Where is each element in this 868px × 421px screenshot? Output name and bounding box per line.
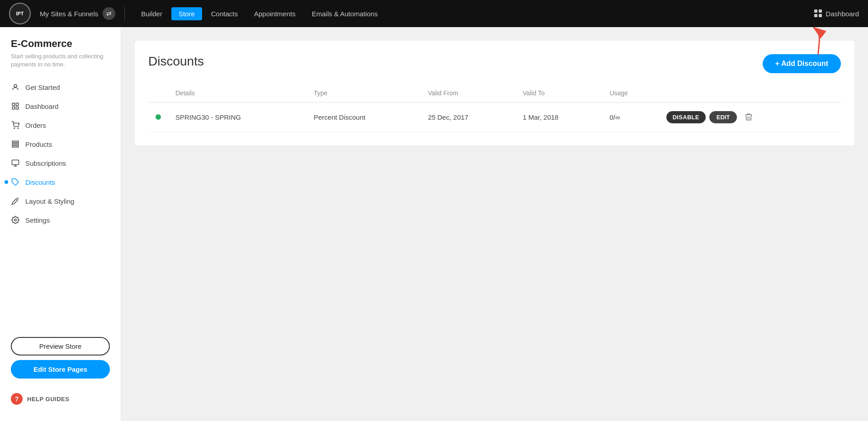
- sidebar-item-settings[interactable]: Settings: [0, 210, 121, 229]
- sidebar-actions: Preview Store Edit Store Pages: [0, 330, 121, 386]
- svg-rect-9: [12, 146, 19, 147]
- my-sites-link[interactable]: My Sites & Funnels: [40, 10, 98, 18]
- col-usage: Usage: [602, 84, 659, 103]
- table-header-row: Details Type Valid From Valid To Usage: [148, 84, 841, 103]
- svg-line-14: [18, 198, 19, 199]
- discounts-header: Discounts + Add Discount: [148, 54, 841, 73]
- svg-rect-7: [12, 141, 19, 143]
- trash-icon: [744, 112, 753, 122]
- sidebar-brand-title: E-Commerce: [11, 38, 110, 50]
- row-details-cell: SPRING30 - SPRING: [168, 103, 307, 132]
- dashboard-icon: [814, 9, 822, 18]
- row-actions-cell: DISABLE EDIT: [659, 103, 841, 132]
- col-status: [148, 84, 168, 103]
- table-row: SPRING30 - SPRING Percent Discount 25 De…: [148, 103, 841, 132]
- nav-link-emails[interactable]: Emails & Automations: [305, 7, 385, 20]
- delete-button[interactable]: [741, 111, 757, 123]
- tag-icon: [11, 178, 20, 187]
- col-details: Details: [168, 84, 307, 103]
- help-label: HELP GUIDES: [27, 396, 69, 402]
- table-body: SPRING30 - SPRING Percent Discount 25 De…: [148, 103, 841, 132]
- svg-rect-8: [12, 144, 19, 145]
- edit-button[interactable]: EDIT: [709, 111, 737, 123]
- svg-point-0: [14, 84, 17, 87]
- nav-link-store[interactable]: Store: [171, 7, 202, 20]
- nav-link-builder[interactable]: Builder: [134, 7, 170, 20]
- discounts-panel: Discounts + Add Discount: [135, 41, 854, 145]
- col-actions: [659, 84, 841, 103]
- disable-button[interactable]: DISABLE: [666, 111, 706, 123]
- nav-link-contacts[interactable]: Contacts: [204, 7, 245, 20]
- sidebar-item-layout-styling[interactable]: Layout & Styling: [0, 192, 121, 210]
- nav-divider: [124, 7, 125, 20]
- col-type: Type: [307, 84, 421, 103]
- svg-rect-3: [12, 107, 14, 109]
- col-valid-to: Valid To: [515, 84, 602, 103]
- status-active-dot: [156, 114, 161, 120]
- help-icon: ?: [11, 393, 23, 405]
- sidebar-item-dashboard[interactable]: Dashboard: [0, 97, 121, 116]
- sidebar: E-Commerce Start selling products and co…: [0, 27, 121, 421]
- table-head: Details Type Valid From Valid To Usage: [148, 84, 841, 103]
- sidebar-item-products[interactable]: Products: [0, 135, 121, 154]
- svg-rect-2: [16, 103, 19, 106]
- add-discount-area: + Add Discount: [763, 54, 841, 73]
- sidebar-brand-subtitle: Start selling products and collecting pa…: [11, 52, 110, 69]
- arrow-annotation: [800, 25, 827, 59]
- sidebar-item-subscriptions[interactable]: Subscriptions: [0, 154, 121, 173]
- arrow-svg: [800, 25, 827, 57]
- nav-links: Builder Store Contacts Appointments Emai…: [134, 7, 385, 20]
- list-icon: [11, 140, 20, 149]
- main-content: Discounts + Add Discount: [121, 27, 868, 421]
- sidebar-nav: Get Started Dashboard Orders Products Su…: [0, 78, 121, 330]
- row-type-cell: Percent Discount: [307, 103, 421, 132]
- action-buttons: DISABLE EDIT: [666, 111, 834, 123]
- svg-rect-1: [12, 103, 14, 106]
- help-guides-link[interactable]: ? HELP GUIDES: [0, 386, 121, 412]
- gear-icon: [11, 215, 20, 225]
- svg-point-6: [18, 128, 19, 129]
- row-valid-to-cell: 1 Mar, 2018: [515, 103, 602, 132]
- dashboard-link[interactable]: Dashboard: [814, 9, 859, 18]
- app-logo[interactable]: IPT: [9, 3, 31, 24]
- sidebar-item-orders[interactable]: Orders: [0, 116, 121, 135]
- row-valid-from-cell: 25 Dec, 2017: [421, 103, 516, 132]
- sidebar-brand: E-Commerce Start selling products and co…: [0, 38, 121, 78]
- row-status-cell: [148, 103, 168, 132]
- switch-icon[interactable]: ⇄: [103, 7, 115, 20]
- svg-rect-10: [12, 160, 19, 165]
- sidebar-item-discounts[interactable]: Discounts: [0, 173, 121, 192]
- preview-store-button[interactable]: Preview Store: [11, 337, 110, 356]
- sidebar-item-get-started[interactable]: Get Started: [0, 78, 121, 97]
- svg-rect-4: [16, 107, 19, 109]
- person-icon: [11, 83, 20, 92]
- pencil-icon: [11, 196, 20, 206]
- discounts-table: Details Type Valid From Valid To Usage S…: [148, 84, 841, 132]
- svg-point-15: [14, 219, 17, 221]
- nav-link-appointments[interactable]: Appointments: [247, 7, 303, 20]
- cart-icon: [11, 121, 20, 130]
- col-valid-from: Valid From: [421, 84, 516, 103]
- page-title: Discounts: [148, 54, 204, 69]
- grid-icon: [11, 102, 20, 111]
- svg-point-5: [14, 128, 15, 129]
- monitor-icon: [11, 159, 20, 168]
- edit-store-pages-button[interactable]: Edit Store Pages: [11, 360, 110, 379]
- row-usage-cell: 0/∞: [602, 103, 659, 132]
- top-nav: IPT My Sites & Funnels ⇄ Builder Store C…: [0, 0, 868, 27]
